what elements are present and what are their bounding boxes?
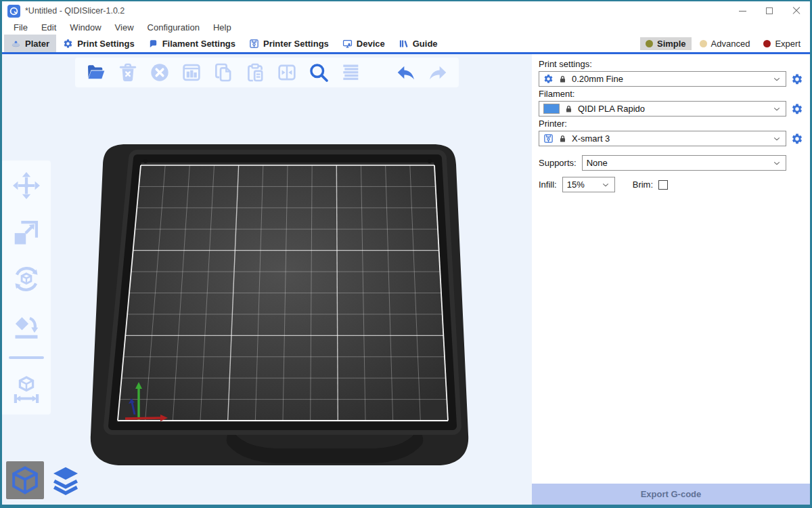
title-bar: *Untitled - QIDISlicer-1.0.2 — [2, 1, 810, 20]
advanced-dot-icon — [700, 40, 707, 47]
gizmo-toolbar — [2, 161, 51, 415]
menu-bar: File Edit Window View Configuration Help — [2, 20, 810, 35]
menu-configuration[interactable]: Configuration — [141, 22, 206, 33]
guide-icon — [399, 39, 409, 49]
filament-select[interactable]: QIDI PLA Rapido — [539, 101, 786, 117]
paste-icon — [244, 62, 266, 83]
supports-value: None — [587, 158, 608, 168]
supports-select[interactable]: None — [582, 155, 786, 171]
chevron-down-icon — [772, 75, 782, 84]
measure-button[interactable] — [10, 373, 43, 406]
tab-filament-settings[interactable]: Filament Settings — [141, 35, 242, 52]
arrange-button[interactable] — [180, 61, 203, 84]
supports-label: Supports: — [539, 158, 577, 168]
mode-advanced[interactable]: Advanced — [694, 37, 756, 50]
tab-plater[interactable]: Plater — [4, 35, 56, 52]
expert-dot-icon — [763, 40, 771, 47]
redo-icon — [427, 62, 449, 83]
brim-label: Brim: — [633, 179, 653, 190]
plater-toolbar — [75, 58, 459, 87]
chevron-down-icon — [772, 158, 782, 168]
copy-icon — [212, 62, 234, 83]
printer-label: Printer: — [539, 119, 803, 129]
maximize-button[interactable] — [756, 1, 783, 20]
export-gcode-button[interactable]: Export G-code — [532, 484, 810, 505]
gear-icon — [63, 39, 73, 49]
chevron-down-icon — [772, 104, 782, 114]
printer-select[interactable]: X-smart 3 — [539, 131, 786, 146]
app-icon — [7, 5, 20, 18]
menu-view[interactable]: View — [109, 22, 140, 33]
rotate-button[interactable] — [10, 263, 43, 295]
infill-select[interactable]: 15% — [562, 177, 615, 192]
simple-dot-icon — [646, 40, 653, 47]
printer-icon — [249, 39, 259, 49]
open-button[interactable] — [85, 61, 108, 84]
tab-printer-settings[interactable]: Printer Settings — [242, 35, 336, 52]
redo-button[interactable] — [426, 61, 449, 84]
device-icon — [342, 39, 353, 49]
mode-selector: Simple Advanced Expert — [640, 35, 810, 52]
chevron-down-icon — [772, 134, 782, 144]
tab-guide[interactable]: Guide — [392, 35, 445, 52]
tab-device[interactable]: Device — [336, 35, 392, 52]
menu-file[interactable]: File — [7, 22, 34, 33]
printer-icon — [543, 133, 554, 144]
tab-print-settings[interactable]: Print Settings — [56, 35, 141, 52]
search-button[interactable] — [307, 61, 330, 84]
measure-icon — [11, 374, 42, 405]
place-on-face-button[interactable] — [10, 310, 43, 342]
undo-button[interactable] — [394, 61, 418, 84]
tab-bar: Plater Print Settings Filament Settings … — [2, 35, 810, 52]
paste-button[interactable] — [244, 61, 267, 84]
undo-icon — [395, 62, 417, 83]
delete-all-icon — [149, 62, 171, 83]
mode-simple[interactable]: Simple — [640, 37, 692, 50]
copy-button[interactable] — [212, 61, 235, 84]
menu-edit[interactable]: Edit — [35, 22, 62, 33]
split-objects-button[interactable] — [275, 61, 298, 84]
layers-list-button[interactable] — [339, 61, 362, 84]
edit-printer-button[interactable] — [791, 133, 803, 145]
app-window: *Untitled - QIDISlicer-1.0.2 File Edit W… — [0, 0, 812, 508]
plater-icon — [11, 39, 21, 49]
rotate-icon — [11, 263, 42, 295]
delete-all-button[interactable] — [148, 61, 171, 84]
move-button[interactable] — [10, 169, 43, 202]
maximize-icon — [766, 7, 773, 14]
mode-expert[interactable]: Expert — [758, 37, 806, 50]
close-icon — [792, 7, 800, 15]
preview-layers-icon — [49, 464, 82, 496]
infill-value: 15% — [567, 179, 585, 190]
edit-print-settings-button[interactable] — [791, 73, 803, 85]
open-folder-icon — [85, 62, 107, 83]
brim-checkbox[interactable] — [658, 180, 668, 190]
3d-editor-view-button[interactable] — [6, 461, 44, 499]
menu-window[interactable]: Window — [64, 22, 107, 33]
delete-icon — [117, 62, 139, 83]
scale-button[interactable] — [10, 216, 43, 249]
close-button[interactable] — [783, 1, 810, 20]
preview-view-button[interactable] — [47, 461, 85, 499]
minimize-icon — [739, 11, 746, 12]
settings-panel: Print settings: 0.20mm Fine Filament: — [532, 54, 810, 505]
menu-help[interactable]: Help — [207, 22, 238, 33]
filament-label: Filament: — [539, 89, 803, 99]
minimize-button[interactable] — [729, 1, 756, 20]
edit-filament-button[interactable] — [791, 103, 803, 115]
printer-value: X-smart 3 — [572, 133, 610, 144]
gear-icon — [543, 74, 554, 84]
arrange-icon — [181, 62, 202, 83]
build-plate — [90, 141, 469, 483]
print-settings-value: 0.20mm Fine — [572, 74, 623, 84]
filament-icon — [148, 39, 158, 49]
search-icon — [308, 62, 330, 83]
view-switch — [6, 461, 85, 499]
lock-icon — [558, 134, 567, 144]
lock-icon — [558, 75, 567, 84]
print-settings-select[interactable]: 0.20mm Fine — [539, 71, 786, 87]
3d-viewport-canvas[interactable] — [2, 54, 532, 505]
delete-button[interactable] — [116, 61, 139, 84]
toolbar-separator — [9, 356, 44, 359]
place-on-face-icon — [11, 310, 42, 341]
